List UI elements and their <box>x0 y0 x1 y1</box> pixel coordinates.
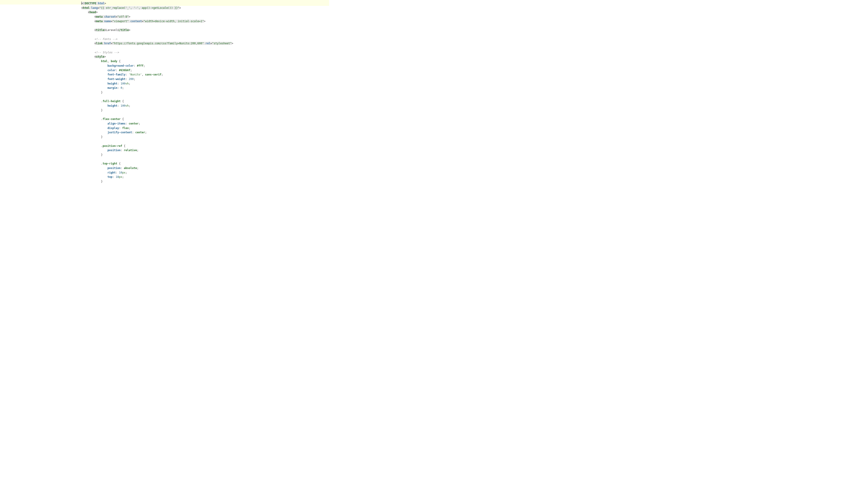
code-token: : <box>121 149 124 152</box>
code-line[interactable]: font-family: 'Nunito', sans-serif; <box>81 72 329 77</box>
code-token: > <box>104 55 106 58</box>
code-token <box>129 20 130 23</box>
code-line[interactable] <box>81 139 329 144</box>
code-token: ; <box>129 104 130 107</box>
code-token: 18 <box>116 175 119 178</box>
code-token: ; <box>144 64 145 67</box>
code-token: : <box>125 73 129 76</box>
code-line[interactable] <box>81 95 329 99</box>
code-line[interactable]: display: flex; <box>81 126 329 131</box>
code-token: Laravel <box>106 29 117 32</box>
code-line[interactable]: <link href="https://fonts.googleapis.com… <box>81 41 329 46</box>
code-line[interactable] <box>81 46 329 51</box>
code-line[interactable]: <meta name="viewport" content="width=dev… <box>81 19 329 24</box>
code-token: meta <box>96 20 104 23</box>
code-token: center <box>135 131 145 134</box>
code-line[interactable]: <title>Laravel</title> <box>81 28 329 33</box>
code-line[interactable]: } <box>81 153 329 157</box>
code-line[interactable]: .flex-center { <box>81 117 329 122</box>
code-token: display <box>107 127 119 130</box>
code-token: relative <box>124 149 137 152</box>
text-cursor <box>81 2 82 5</box>
code-token: absolute <box>124 166 137 170</box>
code-line[interactable]: right: 10px; <box>81 170 329 175</box>
code-token: 'Nunito' <box>129 73 142 76</box>
code-token: html <box>83 6 91 9</box>
code-token: : <box>117 104 121 107</box>
code-token: "viewport" <box>112 20 129 23</box>
code-line[interactable]: <meta charset="utf-8"> <box>81 15 329 19</box>
code-token: vh <box>125 104 129 107</box>
code-token: { <box>122 144 125 148</box>
code-line[interactable] <box>81 24 329 28</box>
code-token: : <box>116 69 119 72</box>
code-token: > <box>104 2 106 5</box>
code-token: : <box>119 127 122 130</box>
code-token: : <box>121 166 124 170</box>
code-line[interactable]: height: 100vh; <box>81 82 329 86</box>
code-line[interactable]: background-color: #fff; <box>81 64 329 68</box>
code-token: link <box>96 42 104 45</box>
code-token: { <box>117 162 121 165</box>
code-line[interactable]: top: 18px; <box>81 175 329 180</box>
code-line[interactable]: <!-- Fonts --> <box>81 37 329 41</box>
code-token: "utf-8" <box>117 15 129 18</box>
code-line[interactable] <box>81 113 329 117</box>
code-line[interactable]: <head> <box>81 10 329 15</box>
code-line[interactable]: justify-content: center; <box>81 130 329 135</box>
code-line[interactable]: } <box>81 135 329 139</box>
code-line[interactable]: margin: 0; <box>81 86 329 90</box>
code-line[interactable]: font-weight: 200; <box>81 77 329 82</box>
code-line[interactable] <box>81 157 329 162</box>
code-token: color <box>107 69 116 72</box>
code-line[interactable]: height: 100vh; <box>81 104 329 108</box>
code-token: font-family <box>107 73 125 76</box>
code-line[interactable]: <!DOCTYPE html> <box>81 1 329 6</box>
code-token: 100 <box>121 104 125 107</box>
code-line[interactable] <box>81 33 329 37</box>
code-token: . <box>101 100 103 103</box>
code-token: ; <box>137 149 138 152</box>
code-token: } <box>101 109 103 112</box>
code-line[interactable]: align-items: center; <box>81 122 329 126</box>
code-line[interactable]: <html lang="{{ str_replace('_', '-', app… <box>81 6 329 10</box>
code-token: height <box>107 104 117 107</box>
code-line[interactable]: <!-- Styles --> <box>81 51 329 55</box>
code-token: { <box>117 60 121 63</box>
code-token: position <box>107 149 121 152</box>
code-editor-pane[interactable]: <!DOCTYPE html><html lang="{{ str_replac… <box>0 1 329 184</box>
code-line[interactable]: } <box>81 180 329 184</box>
code-line[interactable]: .top-right { <box>81 162 329 166</box>
code-token: , <box>107 60 111 63</box>
code-token: > <box>96 11 98 14</box>
code-line[interactable]: position: relative; <box>81 148 329 153</box>
code-token: : <box>116 171 119 174</box>
code-token: : <box>125 122 129 125</box>
code-token: top-right <box>103 162 117 165</box>
code-token: ; <box>125 171 127 174</box>
code-token: ; <box>138 122 140 125</box>
code-token: } <box>101 153 103 156</box>
code-token: { <box>121 118 124 121</box>
code-token: < <box>94 29 96 32</box>
code-token: #636b6f <box>119 69 130 72</box>
code-line[interactable]: } <box>81 90 329 95</box>
code-token: name <box>104 20 111 23</box>
code-line[interactable]: .full-height { <box>81 99 329 104</box>
code-token: body <box>111 60 117 63</box>
code-line[interactable]: .position-ref { <box>81 144 329 149</box>
code-line[interactable]: color: #636b6f; <box>81 68 329 73</box>
code-line[interactable]: html, body { <box>81 59 329 64</box>
code-token: <! <box>82 2 85 5</box>
code-token: "{{ str_replace('_', '-', app()->getLoca… <box>99 6 180 9</box>
code-token: DOCTYPE <box>85 2 98 5</box>
code-token: < <box>94 15 96 18</box>
code-token: < <box>94 20 96 23</box>
code-token: head <box>90 11 96 14</box>
code-token: : <box>133 64 137 67</box>
code-token: , <box>142 73 145 76</box>
code-line[interactable]: <style> <box>81 55 329 59</box>
code-token: "stylesheet" <box>212 42 232 45</box>
code-line[interactable]: position: absolute; <box>81 166 329 170</box>
code-line[interactable]: } <box>81 108 329 113</box>
